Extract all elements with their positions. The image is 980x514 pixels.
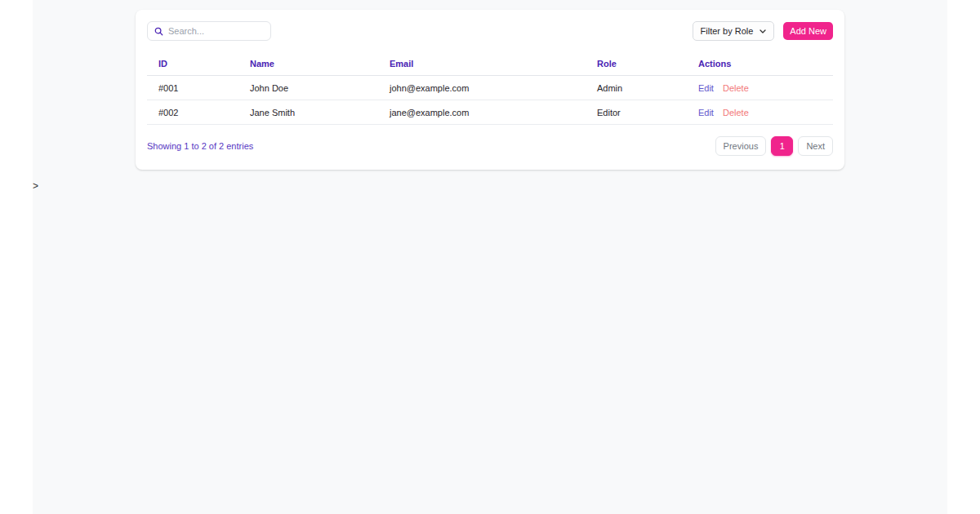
search-box[interactable] [147, 21, 271, 41]
cell-actions: Edit Delete [687, 108, 833, 117]
role-filter-select[interactable]: Filter by Role [693, 21, 775, 41]
column-header-name: Name [238, 59, 378, 69]
user-table-card: Filter by Role Add New ID Name Email Rol… [136, 10, 844, 170]
table-row: #001 John Doe john@example.com Admin Edi… [147, 76, 833, 100]
stray-text: > [33, 180, 38, 192]
table-toolbar: Filter by Role Add New [147, 21, 833, 41]
cell-name: Jane Smith [238, 108, 378, 117]
cell-actions: Edit Delete [687, 83, 833, 93]
previous-page-button[interactable]: Previous [715, 136, 767, 156]
cell-email: jane@example.com [378, 108, 586, 117]
table-footer: Showing 1 to 2 of 2 entries Previous 1 N… [147, 136, 833, 156]
cell-role: Admin [586, 83, 687, 93]
column-header-actions: Actions [687, 59, 833, 69]
add-new-button[interactable]: Add New [783, 22, 833, 40]
chevron-down-icon [760, 29, 766, 33]
next-page-button[interactable]: Next [798, 136, 833, 156]
search-icon [154, 27, 163, 36]
cell-name: John Doe [238, 83, 378, 93]
cell-id: #002 [147, 108, 238, 117]
edit-link[interactable]: Edit [698, 83, 714, 93]
table-row: #002 Jane Smith jane@example.com Editor … [147, 100, 833, 125]
cell-id: #001 [147, 83, 238, 93]
column-header-role: Role [586, 59, 687, 69]
column-header-email: Email [378, 59, 586, 69]
pagination: Previous 1 Next [715, 136, 833, 156]
page: > Filter by Role [0, 0, 980, 514]
search-input[interactable] [168, 26, 264, 36]
page-1-button[interactable]: 1 [771, 136, 793, 156]
delete-link[interactable]: Delete [723, 83, 749, 93]
edit-link[interactable]: Edit [698, 108, 714, 117]
entries-summary: Showing 1 to 2 of 2 entries [147, 141, 253, 151]
role-filter-selected-value: Filter by Role [701, 26, 754, 36]
table-header-row: ID Name Email Role Actions [147, 51, 833, 76]
cell-email: john@example.com [378, 83, 586, 93]
cell-role: Editor [586, 108, 687, 117]
users-table: ID Name Email Role Actions #001 John Doe… [147, 51, 833, 125]
delete-link[interactable]: Delete [723, 108, 749, 117]
toolbar-right: Filter by Role Add New [693, 21, 833, 41]
column-header-id: ID [147, 59, 238, 69]
